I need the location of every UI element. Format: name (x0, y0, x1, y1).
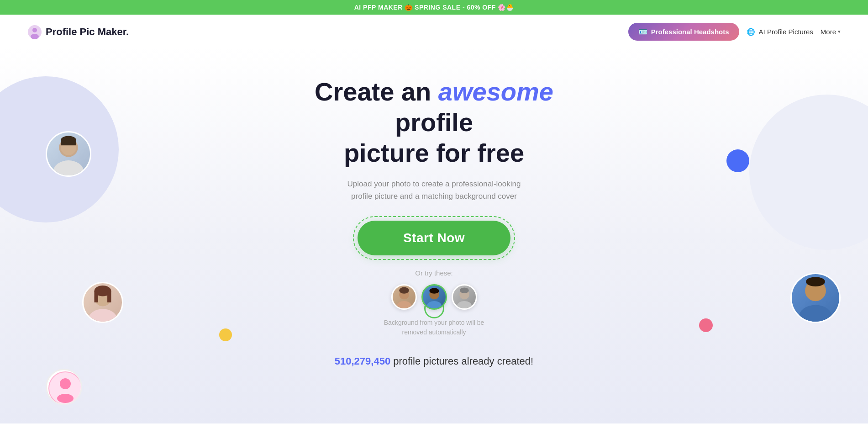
top-banner: AI PFP MAKER 🎃 SPRING SALE - 60% OFF 🌸🐣 (0, 0, 868, 15)
avatar-logo-bottom-left (46, 369, 82, 405)
svg-rect-12 (107, 291, 111, 302)
svg-point-21 (399, 287, 409, 294)
svg-point-26 (457, 301, 471, 310)
title-suffix: profilepicture for free (344, 108, 524, 167)
svg-rect-7 (61, 140, 76, 145)
headshots-label: Professional Headshots (651, 28, 729, 36)
stats-line: 510,279,450 profile pictures already cre… (274, 355, 594, 367)
svg-point-27 (460, 287, 469, 293)
title-prefix: Create an (315, 77, 438, 106)
banner-highlight: 60% OFF (467, 4, 495, 11)
svg-point-20 (396, 301, 411, 310)
bg-removed-line1: Background from your photo will be (384, 319, 484, 326)
svg-point-17 (60, 378, 71, 389)
more-label: More (821, 28, 836, 36)
bg-removed-line2: removed automatically (402, 328, 466, 336)
svg-point-1 (32, 28, 37, 32)
svg-point-4 (53, 160, 84, 175)
hero-subtitle: Upload your photo to create a profession… (274, 178, 594, 202)
start-now-button[interactable]: Start Now (358, 221, 510, 255)
chevron-down-icon: ▾ (838, 29, 841, 35)
svg-point-9 (88, 309, 117, 322)
subtitle-line1: Upload your photo to create a profession… (347, 180, 521, 188)
hero-content: Create an awesome profilepicture for fre… (274, 76, 594, 367)
deco-circle-right (749, 95, 868, 250)
subtitle-line2: profile picture and a matching backgroun… (351, 192, 517, 201)
bg-removed-text: Background from your photo will be remov… (274, 318, 594, 337)
svg-point-18 (57, 394, 74, 403)
svg-point-23 (426, 301, 441, 310)
sample-avatar-2[interactable] (421, 284, 447, 310)
deco-circle-pink (699, 318, 713, 332)
avatar-man-right (790, 273, 841, 323)
professional-headshots-button[interactable]: 🪪 Professional Headshots (628, 23, 739, 41)
deco-circle-blue (726, 149, 749, 172)
banner-emojis: 🌸🐣 (498, 4, 514, 11)
logo-icon (27, 25, 42, 39)
hero-title: Create an awesome profilepicture for fre… (274, 76, 594, 169)
deco-circle-yellow (219, 328, 232, 341)
svg-point-15 (806, 277, 825, 286)
title-awesome: awesome (438, 77, 553, 106)
svg-point-14 (799, 305, 832, 322)
ai-pictures-icon: 🌐 (747, 28, 755, 36)
stats-count: 510,279,450 (335, 355, 390, 367)
sample-avatar-1[interactable] (391, 284, 417, 310)
svg-rect-11 (95, 291, 98, 302)
stats-suffix: profile pictures already created! (390, 355, 533, 367)
more-nav[interactable]: More ▾ (821, 28, 841, 36)
sample-avatars (274, 284, 594, 310)
logo-text: Profile Pic Maker. (46, 26, 129, 38)
svg-point-24 (429, 288, 439, 294)
logo[interactable]: Profile Pic Maker. (27, 25, 129, 39)
svg-point-2 (31, 34, 39, 39)
avatar-man-left (46, 131, 91, 177)
hero-section: Create an awesome profilepicture for fre… (0, 49, 868, 423)
headshots-icon: 🪪 (638, 27, 647, 36)
avatar-woman-left (82, 282, 123, 323)
ai-pictures-label: AI Profile Pictures (759, 28, 813, 36)
or-try-text: Or try these: (274, 269, 594, 277)
navbar: Profile Pic Maker. 🪪 Professional Headsh… (0, 15, 868, 49)
ai-profile-pictures-nav[interactable]: 🌐 AI Profile Pictures (747, 28, 813, 36)
sample-avatar-3[interactable] (452, 284, 477, 310)
nav-right: 🪪 Professional Headshots 🌐 AI Profile Pi… (628, 23, 841, 41)
banner-text: AI PFP MAKER 🎃 SPRING SALE - (354, 4, 467, 11)
start-now-wrapper: Start Now (358, 221, 510, 255)
